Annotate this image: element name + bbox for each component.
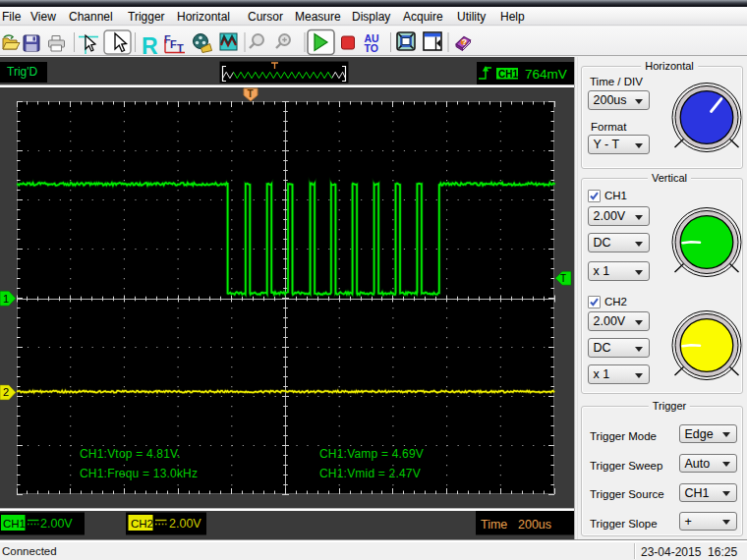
svg-text:2: 2 [3,386,9,398]
svg-text:200us: 200us [518,518,551,532]
svg-text:T: T [560,273,566,284]
svg-text:T: T [248,88,254,99]
svg-text:Time: Time [481,518,507,532]
svg-text:F: F [170,38,177,50]
svg-text:CH1:Vtop = 4.81V.: CH1:Vtop = 4.81V. [80,447,181,461]
svg-text:CH1:Vmid = 2.47V: CH1:Vmid = 2.47V [319,467,421,480]
svg-text:?: ? [462,37,467,47]
svg-text:CH1:Frequ = 13.0kHz: CH1:Frequ = 13.0kHz [80,467,198,480]
svg-text:1: 1 [3,293,9,305]
svg-text:TO: TO [365,42,378,54]
svg-text:764mV: 764mV [525,67,567,82]
svg-text:CH1: CH1 [3,518,26,530]
svg-text:2.00V: 2.00V [169,517,201,531]
svg-text:2.00V: 2.00V [40,517,73,531]
svg-text:CH2: CH2 [131,518,153,530]
svg-text:CH1:Vamp = 4.69V: CH1:Vamp = 4.69V [319,447,424,461]
svg-text:R: R [142,33,158,57]
svg-text:CH1: CH1 [498,69,518,80]
